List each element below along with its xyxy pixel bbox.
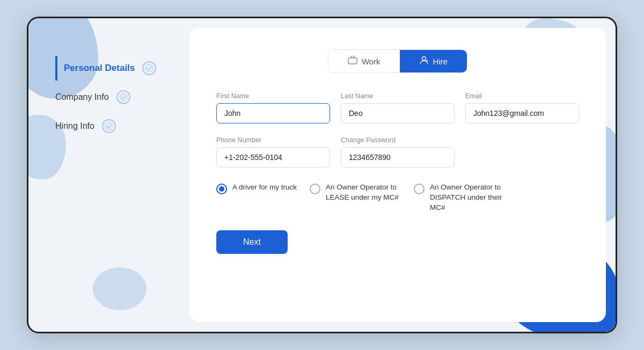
check-icon [145, 64, 153, 72]
last-name-input[interactable] [341, 103, 455, 123]
radio-row: A driver for my truck An Owner Operator … [216, 183, 579, 213]
svg-rect-3 [348, 58, 357, 64]
radio-option-dispatch[interactable]: An Owner Operator to DISPATCH under thei… [414, 183, 505, 213]
sidebar-check-company-info [116, 90, 130, 104]
svg-point-1 [120, 94, 127, 101]
radio-label-lease: An Owner Operator to LEASE under my MC# [326, 183, 401, 203]
sidebar-item-hiring-info[interactable]: Hiring Info [55, 114, 173, 138]
password-label: Change Password [341, 136, 455, 144]
radio-circle-lease [310, 184, 320, 194]
tab-hire[interactable]: Hire [400, 50, 467, 72]
radio-circle-dispatch [414, 184, 425, 194]
hire-svg-icon [419, 55, 429, 65]
sidebar-item-company-info[interactable]: Company Info [55, 85, 173, 110]
first-name-label: First Name [216, 92, 330, 100]
email-input[interactable] [465, 103, 579, 123]
first-name-input[interactable] [216, 103, 330, 123]
sidebar-item-personal-details[interactable]: Personal Details [55, 56, 173, 81]
sidebar-label-personal-details: Personal Details [64, 63, 135, 74]
hire-icon [419, 55, 429, 67]
email-label: Email [465, 92, 579, 100]
svg-point-2 [105, 123, 112, 130]
phone-label: Phone Number [216, 136, 330, 144]
sidebar-check-personal-details [142, 61, 156, 75]
radio-label-driver: A driver for my truck [232, 183, 297, 193]
button-row: Next [216, 226, 579, 254]
work-svg-icon [348, 56, 357, 64]
radio-option-driver[interactable]: A driver for my truck [216, 183, 297, 194]
sidebar: Personal Details Company Info Hiring Inf… [28, 18, 189, 332]
form-group-phone: Phone Number [216, 136, 330, 167]
main-card: Personal Details Company Info Hiring Inf… [27, 17, 617, 333]
svg-point-0 [146, 65, 153, 72]
tab-row: Work Hire [328, 49, 467, 73]
check-icon-2 [120, 93, 127, 101]
form-row-1: First Name Last Name Email [216, 92, 579, 123]
form-section: First Name Last Name Email Phone Number [216, 92, 579, 254]
work-icon [348, 56, 357, 67]
sidebar-label-company-info: Company Info [55, 92, 109, 102]
form-group-password: Change Password [341, 136, 455, 167]
sidebar-label-hiring-info: Hiring Info [55, 121, 94, 131]
next-button[interactable]: Next [216, 230, 288, 254]
radio-option-lease[interactable]: An Owner Operator to LEASE under my MC# [310, 183, 401, 203]
password-input[interactable] [341, 147, 455, 167]
form-group-email: Email [465, 92, 579, 123]
form-group-first-name: First Name [216, 92, 330, 123]
tab-work-label: Work [362, 57, 380, 66]
phone-input[interactable] [216, 147, 330, 167]
radio-circle-driver [216, 184, 227, 194]
main-content: Work Hire First Name [189, 28, 606, 322]
form-group-last-name: Last Name [341, 92, 455, 123]
radio-label-dispatch: An Owner Operator to DISPATCH under thei… [430, 183, 505, 213]
svg-point-4 [422, 57, 426, 61]
last-name-label: Last Name [341, 92, 455, 100]
tab-work[interactable]: Work [328, 50, 400, 72]
sidebar-check-hiring-info [102, 119, 116, 133]
check-icon-3 [105, 122, 113, 130]
form-row-2: Phone Number Change Password [216, 136, 579, 167]
tab-hire-label: Hire [433, 57, 448, 66]
